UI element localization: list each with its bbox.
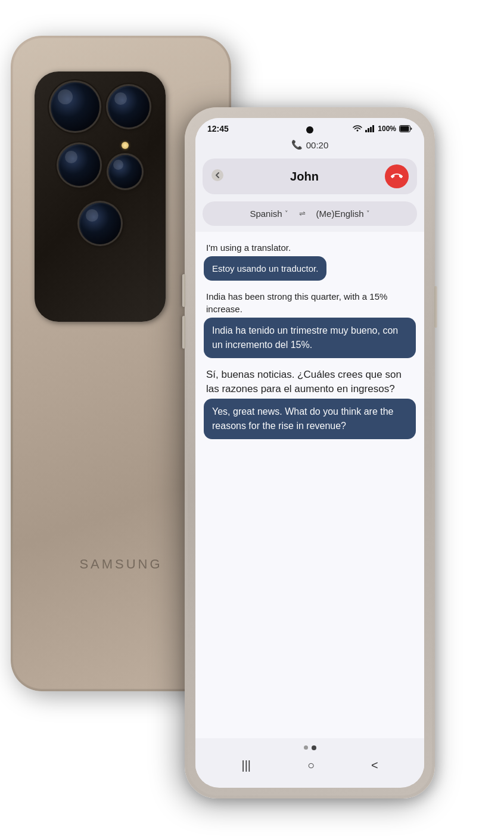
svg-rect-0 [365,130,367,132]
front-power-button[interactable] [434,286,437,328]
lang-from-chevron: ˅ [285,210,288,217]
lang-swap-icon[interactable]: ⇌ [299,209,306,218]
nav-icons: ||| ○ < [195,759,424,772]
flash-led [122,142,129,149]
lang-to-pill[interactable]: (Me)English ˅ [310,206,376,221]
chat-area: I'm using a translator. Estoy usando un … [195,232,424,738]
samsung-logo: SAMSUNG [79,557,162,572]
nav-back[interactable]: < [371,759,378,772]
bubble-group-1: I'm using a translator. Estoy usando un … [204,241,416,281]
nav-dots [304,745,316,750]
call-duration: 00:20 [306,140,329,150]
lang-from-label: Spanish [250,209,282,219]
bubble-translated-2: India ha tenido un trimestre muy bueno, … [204,318,416,358]
bubble-plain-3: Sí, buenas noticias. ¿Cuáles crees que s… [204,368,416,396]
nav-recent-apps[interactable]: ||| [241,759,251,772]
status-time: 12:45 [207,124,229,133]
app-content: 📞 00:20 John [195,136,424,784]
lang-to-label: (Me)English [316,209,364,219]
camera-lens-tele1 [108,86,150,128]
bubble-plain-1: I'm using a translator. [204,241,416,254]
svg-rect-1 [368,128,369,132]
camera-lens-tele2 [108,155,142,188]
camera-lens-main [51,82,99,131]
svg-rect-3 [372,125,374,132]
lang-to-chevron: ˅ [366,210,370,217]
camera-module [35,72,166,322]
nav-dot-2 [312,745,316,750]
lang-from-pill[interactable]: Spanish ˅ [244,206,294,221]
nav-bar: ||| ○ < [195,738,424,784]
battery-text: 100% [378,125,396,133]
call-timer: 📞 00:20 [195,139,424,150]
svg-rect-5 [400,126,409,132]
front-vol-down-button[interactable] [182,316,185,349]
camera-lens-ultra [79,203,121,244]
svg-rect-6 [211,169,223,181]
nav-home[interactable]: ○ [307,759,315,772]
phone-call-icon: 📞 [291,139,303,150]
bubble-translated-1: Estoy usando un traductor. [204,256,326,281]
language-selector[interactable]: Spanish ˅ ⇌ (Me)English ˅ [203,201,417,226]
back-button[interactable] [211,169,224,185]
front-vol-up-button[interactable] [182,274,185,307]
battery-icon [399,125,412,132]
signal-icon [365,125,375,132]
status-icons: 100% [353,125,412,133]
wifi-icon [353,125,362,132]
phone-front: 12:45 100% [185,107,435,798]
camera-lens-wide [58,144,100,186]
translator-header: John [203,159,417,194]
svg-rect-2 [370,127,372,132]
contact-name: John [229,170,380,184]
bubble-plain-2: India has been strong this quarter, with… [204,290,416,315]
bubble-group-2: India has been strong this quarter, with… [204,290,416,358]
camera-hole [306,126,313,133]
call-info-bar: 📞 00:20 [195,136,424,155]
nav-dot-1 [304,745,308,750]
bubble-group-3: Sí, buenas noticias. ¿Cuáles crees que s… [204,368,416,439]
phone-screen: 12:45 100% [195,118,424,788]
end-call-button[interactable] [385,164,409,188]
bubble-translated-3: Yes, great news. What do you think are t… [204,399,416,439]
